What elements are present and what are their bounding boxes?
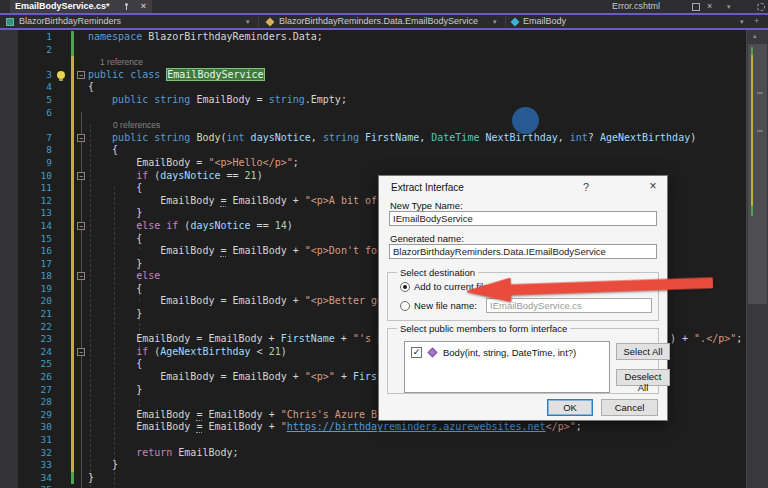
- line-number: 27: [18, 384, 52, 397]
- project-icon: [6, 18, 14, 26]
- method-icon: [428, 348, 438, 358]
- code-row: 5 public string EmailBody = string.Empty…: [0, 94, 746, 107]
- code-line-text: EmailBody = EmailBody + "https://birthda…: [0, 421, 746, 434]
- codelens-label[interactable]: 1 reference: [0, 56, 746, 69]
- codelens-label[interactable]: 0 references: [0, 119, 746, 132]
- change-bar: [71, 233, 74, 246]
- change-bar: [71, 207, 74, 220]
- code-row: 8 {: [0, 144, 746, 157]
- field-icon: [510, 17, 519, 26]
- line-number: 35: [18, 484, 52, 488]
- line-number: 16: [18, 245, 52, 258]
- change-bar: [71, 321, 74, 334]
- ok-button[interactable]: OK: [547, 399, 593, 416]
- help-button[interactable]: ?: [579, 180, 593, 194]
- fold-toggle[interactable]: −: [77, 222, 85, 230]
- nav-project-dropdown[interactable]: BlazorBirthdayReminders ▾: [0, 15, 258, 28]
- chevron-down-icon: ▾: [740, 15, 744, 28]
- code-line-text: }: [0, 459, 746, 472]
- close-button[interactable]: ×: [645, 179, 661, 194]
- tab-title: Error.cshtml: [612, 1, 660, 11]
- line-number: 22: [18, 321, 52, 334]
- code-line-text: public string EmailBody = string.Empty;: [0, 94, 746, 107]
- cancel-button[interactable]: Cancel: [601, 399, 658, 416]
- change-bar: [71, 472, 74, 485]
- change-bar: [71, 170, 74, 183]
- radio-new-file[interactable]: [400, 301, 410, 311]
- line-number: 2: [18, 44, 52, 57]
- generated-name-input[interactable]: [389, 244, 657, 259]
- code-row: 30 EmailBody = EmailBody + "https://birt…: [0, 421, 746, 434]
- change-bar: [71, 195, 74, 208]
- code-row: 3−public class EmailBodyService: [0, 69, 746, 82]
- radio-add-current-file[interactable]: [400, 282, 410, 292]
- line-number: 25: [18, 358, 52, 371]
- line-number: 21: [18, 308, 52, 321]
- fold-toggle[interactable]: −: [77, 348, 85, 356]
- nav-member-dropdown[interactable]: EmailBody ▾ +: [506, 15, 768, 28]
- scroll-mark: [757, 130, 763, 132]
- code-line-text: namespace BlazorBirthdayReminders.Data;: [0, 31, 746, 44]
- code-row: 34}: [0, 472, 746, 485]
- nav-type-label: BlazorBirthdayReminders.Data.EmailBodySe…: [279, 15, 478, 28]
- line-number: 29: [18, 409, 52, 422]
- code-line-text: EmailBody = "<p>Hello</p>";: [0, 157, 746, 170]
- pin-icon[interactable]: [123, 3, 130, 10]
- change-bar: [71, 295, 74, 308]
- change-bar: [71, 434, 74, 447]
- new-tab-group-icon[interactable]: +: [754, 15, 759, 28]
- line-number: 10: [18, 170, 52, 183]
- code-row: 1namespace BlazorBirthdayReminders.Data;: [0, 31, 746, 44]
- fold-toggle[interactable]: −: [77, 134, 85, 142]
- deselect-all-button[interactable]: Deselect All: [616, 369, 670, 386]
- change-bar: [71, 182, 74, 195]
- code-row: 2: [0, 44, 746, 57]
- change-bar: [71, 132, 74, 145]
- arrow-shape: [468, 272, 713, 303]
- scrollbar[interactable]: ▴: [747, 30, 768, 488]
- line-number: 12: [18, 195, 52, 208]
- fold-toggle[interactable]: −: [77, 272, 85, 280]
- code-line-text: {: [0, 144, 746, 157]
- line-number: 30: [18, 421, 52, 434]
- code-row: 4{: [0, 81, 746, 94]
- change-bar: [71, 270, 74, 283]
- nav-type-dropdown[interactable]: BlazorBirthdayReminders.Data.EmailBodySe…: [259, 15, 505, 28]
- accent-line-bottom: [0, 28, 768, 30]
- change-bar: [71, 107, 74, 120]
- change-bar: [71, 384, 74, 397]
- new-type-name-input[interactable]: [389, 211, 657, 226]
- scroll-up-icon[interactable]: ▴: [753, 32, 757, 40]
- members-list[interactable]: Body(int, string, DateTime, int?): [404, 341, 610, 393]
- fold-toggle[interactable]: −: [77, 71, 85, 79]
- change-bar: [71, 258, 74, 271]
- tab-emailbodyservice[interactable]: EmailBodyService.cs* ×: [10, 0, 152, 13]
- close-icon[interactable]: ×: [707, 0, 712, 13]
- code-row: 31: [0, 434, 746, 447]
- nav-member-label: EmailBody: [523, 15, 566, 28]
- line-number: 33: [18, 459, 52, 472]
- gear-icon[interactable]: [757, 3, 765, 11]
- close-icon[interactable]: ×: [141, 0, 146, 13]
- line-number: 34: [18, 472, 52, 485]
- vs-window: { "window": { "tab_left": "EmailBodyServ…: [0, 0, 768, 488]
- nav-project-label: BlazorBirthdayReminders: [19, 15, 121, 28]
- line-number: 31: [18, 434, 52, 447]
- codelens-row: 1 reference: [0, 56, 746, 69]
- change-bar: [71, 308, 74, 321]
- quick-actions-lightbulb-icon[interactable]: [57, 71, 65, 79]
- change-bar: [71, 69, 74, 82]
- change-bar: [71, 459, 74, 472]
- fold-toggle[interactable]: −: [77, 172, 85, 180]
- select-all-button[interactable]: Select All: [616, 343, 670, 360]
- chevron-down-icon[interactable]: ▾: [727, 0, 731, 13]
- line-number: 7: [18, 132, 52, 145]
- code-line-text: {: [0, 81, 746, 94]
- code-row: 7− public string Body(int daysNotice, st…: [0, 132, 746, 145]
- presence-dot: [512, 107, 539, 134]
- tab-error-cshtml[interactable]: Error.cshtml × ▾: [612, 0, 660, 13]
- change-bar: [71, 283, 74, 296]
- line-number: 13: [18, 207, 52, 220]
- navigation-bar: BlazorBirthdayReminders ▾ BlazorBirthday…: [0, 15, 768, 28]
- checkbox[interactable]: [411, 347, 422, 358]
